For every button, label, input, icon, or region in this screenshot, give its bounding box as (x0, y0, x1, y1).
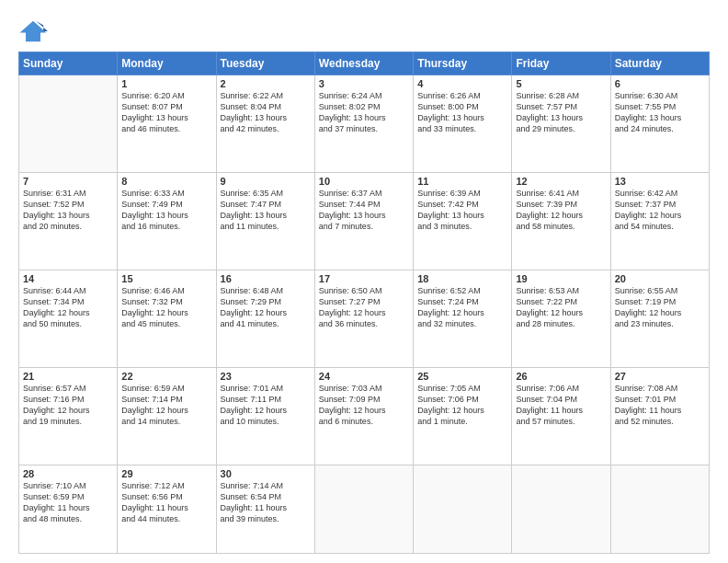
day-number: 30 (221, 468, 311, 479)
day-info: Sunrise: 6:42 AM Sunset: 7:37 PM Dayligh… (615, 188, 705, 233)
day-info: Sunrise: 6:53 AM Sunset: 7:22 PM Dayligh… (516, 285, 606, 330)
day-number: 5 (516, 78, 606, 89)
day-number: 24 (319, 371, 409, 382)
calendar-cell: 27Sunrise: 7:08 AM Sunset: 7:01 PM Dayli… (610, 367, 709, 465)
day-number: 17 (319, 273, 409, 284)
day-number: 26 (516, 371, 606, 382)
day-number: 25 (417, 371, 507, 382)
header (18, 17, 710, 44)
day-number: 6 (615, 78, 705, 89)
day-number: 3 (319, 78, 409, 89)
day-info: Sunrise: 6:28 AM Sunset: 7:57 PM Dayligh… (516, 90, 606, 135)
logo (18, 20, 50, 44)
calendar-cell: 3Sunrise: 6:24 AM Sunset: 8:02 PM Daylig… (314, 75, 413, 173)
calendar-cell: 9Sunrise: 6:35 AM Sunset: 7:47 PM Daylig… (216, 172, 314, 270)
day-info: Sunrise: 7:05 AM Sunset: 7:06 PM Dayligh… (417, 383, 507, 428)
calendar-cell (414, 465, 512, 553)
day-info: Sunrise: 6:30 AM Sunset: 7:55 PM Dayligh… (615, 90, 705, 135)
calendar-cell: 24Sunrise: 7:03 AM Sunset: 7:09 PM Dayli… (314, 367, 413, 465)
day-info: Sunrise: 7:10 AM Sunset: 6:59 PM Dayligh… (23, 480, 113, 525)
calendar-cell: 16Sunrise: 6:48 AM Sunset: 7:29 PM Dayli… (216, 270, 314, 367)
svg-marker-0 (20, 21, 47, 41)
day-info: Sunrise: 6:35 AM Sunset: 7:47 PM Dayligh… (221, 188, 311, 233)
day-info: Sunrise: 7:01 AM Sunset: 7:11 PM Dayligh… (221, 383, 311, 428)
calendar-cell: 25Sunrise: 7:05 AM Sunset: 7:06 PM Dayli… (414, 367, 512, 465)
calendar-cell: 7Sunrise: 6:31 AM Sunset: 7:52 PM Daylig… (19, 172, 118, 270)
day-info: Sunrise: 7:08 AM Sunset: 7:01 PM Dayligh… (615, 383, 705, 428)
day-info: Sunrise: 6:39 AM Sunset: 7:42 PM Dayligh… (417, 188, 507, 233)
calendar-cell: 21Sunrise: 6:57 AM Sunset: 7:16 PM Dayli… (19, 367, 118, 465)
calendar-cell: 26Sunrise: 7:06 AM Sunset: 7:04 PM Dayli… (512, 367, 610, 465)
day-number: 14 (23, 273, 113, 284)
day-number: 28 (23, 468, 113, 479)
day-info: Sunrise: 7:03 AM Sunset: 7:09 PM Dayligh… (319, 383, 409, 428)
calendar-cell: 22Sunrise: 6:59 AM Sunset: 7:14 PM Dayli… (118, 367, 216, 465)
day-number: 12 (516, 176, 606, 187)
day-number: 19 (516, 273, 606, 284)
calendar-cell (314, 465, 413, 553)
calendar-cell (19, 75, 118, 173)
day-number: 20 (615, 273, 705, 284)
calendar-week-row: 14Sunrise: 6:44 AM Sunset: 7:34 PM Dayli… (19, 270, 710, 367)
day-info: Sunrise: 6:41 AM Sunset: 7:39 PM Dayligh… (516, 188, 606, 233)
day-info: Sunrise: 6:31 AM Sunset: 7:52 PM Dayligh… (23, 188, 113, 233)
day-info: Sunrise: 6:33 AM Sunset: 7:49 PM Dayligh… (121, 188, 211, 233)
calendar-cell: 30Sunrise: 7:14 AM Sunset: 6:54 PM Dayli… (216, 465, 314, 553)
calendar-cell: 13Sunrise: 6:42 AM Sunset: 7:37 PM Dayli… (610, 172, 709, 270)
day-info: Sunrise: 6:46 AM Sunset: 7:32 PM Dayligh… (121, 285, 211, 330)
calendar-cell: 15Sunrise: 6:46 AM Sunset: 7:32 PM Dayli… (118, 270, 216, 367)
day-number: 8 (121, 176, 211, 187)
calendar-cell: 19Sunrise: 6:53 AM Sunset: 7:22 PM Dayli… (512, 270, 610, 367)
day-info: Sunrise: 6:52 AM Sunset: 7:24 PM Dayligh… (417, 285, 507, 330)
calendar-week-row: 28Sunrise: 7:10 AM Sunset: 6:59 PM Dayli… (19, 465, 710, 553)
day-number: 21 (23, 371, 113, 382)
calendar-cell: 6Sunrise: 6:30 AM Sunset: 7:55 PM Daylig… (610, 75, 709, 173)
day-of-week-header: Monday (118, 52, 216, 75)
calendar-cell: 20Sunrise: 6:55 AM Sunset: 7:19 PM Dayli… (610, 270, 709, 367)
day-number: 7 (23, 176, 113, 187)
calendar-cell: 18Sunrise: 6:52 AM Sunset: 7:24 PM Dayli… (414, 270, 512, 367)
day-number: 10 (319, 176, 409, 187)
day-of-week-header: Friday (512, 52, 610, 75)
day-of-week-header: Saturday (610, 52, 709, 75)
day-of-week-header: Thursday (414, 52, 512, 75)
day-info: Sunrise: 6:26 AM Sunset: 8:00 PM Dayligh… (417, 90, 507, 135)
day-number: 11 (417, 176, 507, 187)
day-info: Sunrise: 6:22 AM Sunset: 8:04 PM Dayligh… (221, 90, 311, 135)
day-info: Sunrise: 7:06 AM Sunset: 7:04 PM Dayligh… (516, 383, 606, 428)
day-number: 1 (121, 78, 211, 89)
calendar-week-row: 1Sunrise: 6:20 AM Sunset: 8:07 PM Daylig… (19, 75, 710, 173)
day-number: 4 (417, 78, 507, 89)
calendar-cell: 17Sunrise: 6:50 AM Sunset: 7:27 PM Dayli… (314, 270, 413, 367)
calendar-cell: 2Sunrise: 6:22 AM Sunset: 8:04 PM Daylig… (216, 75, 314, 173)
day-info: Sunrise: 6:57 AM Sunset: 7:16 PM Dayligh… (23, 383, 113, 428)
calendar-cell: 28Sunrise: 7:10 AM Sunset: 6:59 PM Dayli… (19, 465, 118, 553)
calendar-cell: 4Sunrise: 6:26 AM Sunset: 8:00 PM Daylig… (414, 75, 512, 173)
calendar-table: SundayMondayTuesdayWednesdayThursdayFrid… (18, 52, 710, 554)
calendar-cell: 11Sunrise: 6:39 AM Sunset: 7:42 PM Dayli… (414, 172, 512, 270)
day-number: 15 (121, 273, 211, 284)
day-number: 18 (417, 273, 507, 284)
calendar-cell: 14Sunrise: 6:44 AM Sunset: 7:34 PM Dayli… (19, 270, 118, 367)
day-number: 22 (121, 371, 211, 382)
calendar-cell: 12Sunrise: 6:41 AM Sunset: 7:39 PM Dayli… (512, 172, 610, 270)
day-number: 13 (615, 176, 705, 187)
day-info: Sunrise: 6:50 AM Sunset: 7:27 PM Dayligh… (319, 285, 409, 330)
day-info: Sunrise: 6:37 AM Sunset: 7:44 PM Dayligh… (319, 188, 409, 233)
day-number: 2 (221, 78, 311, 89)
day-of-week-header: Wednesday (314, 52, 413, 75)
logo-icon (18, 18, 48, 44)
calendar-header-row: SundayMondayTuesdayWednesdayThursdayFrid… (19, 52, 710, 75)
day-number: 16 (221, 273, 311, 284)
day-info: Sunrise: 6:44 AM Sunset: 7:34 PM Dayligh… (23, 285, 113, 330)
day-number: 9 (221, 176, 311, 187)
calendar-cell: 29Sunrise: 7:12 AM Sunset: 6:56 PM Dayli… (118, 465, 216, 553)
calendar-cell: 1Sunrise: 6:20 AM Sunset: 8:07 PM Daylig… (118, 75, 216, 173)
day-of-week-header: Sunday (19, 52, 118, 75)
calendar-cell: 8Sunrise: 6:33 AM Sunset: 7:49 PM Daylig… (118, 172, 216, 270)
day-info: Sunrise: 6:20 AM Sunset: 8:07 PM Dayligh… (121, 90, 211, 135)
day-info: Sunrise: 6:48 AM Sunset: 7:29 PM Dayligh… (221, 285, 311, 330)
day-info: Sunrise: 6:24 AM Sunset: 8:02 PM Dayligh… (319, 90, 409, 135)
calendar-week-row: 7Sunrise: 6:31 AM Sunset: 7:52 PM Daylig… (19, 172, 710, 270)
calendar-cell (610, 465, 709, 553)
